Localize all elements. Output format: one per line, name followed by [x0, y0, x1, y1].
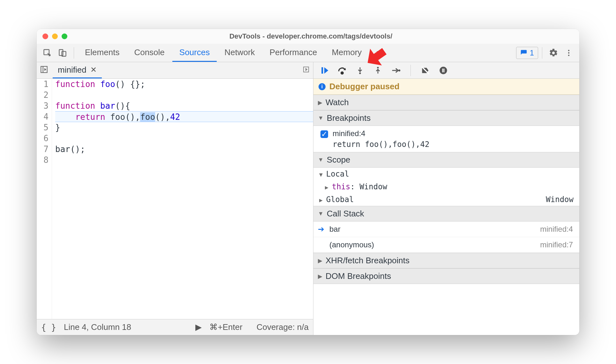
current-frame-icon: ➔: [318, 225, 324, 234]
divider: [74, 47, 74, 59]
file-tab-name: minified: [58, 65, 86, 75]
callstack-section-header[interactable]: ▼ Call Stack: [313, 206, 579, 222]
xhr-breakpoints-section-header[interactable]: ▶ XHR/fetch Breakpoints: [313, 253, 579, 268]
run-snippet-icon[interactable]: ▶: [195, 322, 202, 332]
run-hint: ⌘+Enter: [209, 322, 242, 332]
navigator-toggle-icon[interactable]: [40, 65, 53, 76]
scope-section-header[interactable]: ▼ Scope: [313, 152, 579, 168]
callstack-frame[interactable]: (anonymous) minified:7: [313, 237, 579, 253]
section-title: Scope: [327, 155, 350, 165]
pause-on-exceptions-button[interactable]: [437, 64, 450, 77]
tab-console[interactable]: Console: [127, 44, 171, 62]
scope-name: Global: [326, 195, 354, 204]
callstack-frame[interactable]: ➔ bar minified:4: [313, 222, 579, 237]
line-number: 3: [37, 100, 49, 111]
step-out-button[interactable]: [372, 64, 384, 77]
keyword: function: [55, 101, 95, 111]
code-text: () {};: [115, 79, 145, 89]
debugger-status-text: Debugger paused: [329, 82, 400, 91]
issues-count: 1: [530, 48, 534, 57]
more-tabs-icon[interactable]: [302, 66, 310, 75]
scope-this-row[interactable]: ▶ this: Window: [313, 180, 579, 193]
code-text: (),: [155, 112, 170, 122]
devtools-window: DevTools - developer.chrome.com/tags/dev…: [37, 29, 579, 335]
issues-icon: [520, 49, 527, 56]
deactivate-breakpoints-button[interactable]: [419, 64, 432, 77]
scope-local-row[interactable]: ▼ Local: [313, 168, 579, 180]
code-editor[interactable]: 1 2 3 4 5 6 7 8 function foo() {}; funct…: [37, 79, 313, 319]
code-text: bar();: [55, 144, 313, 155]
line-number: 8: [37, 155, 49, 165]
step-into-button[interactable]: [354, 64, 366, 77]
watch-section-header[interactable]: ▶ Watch: [313, 95, 579, 110]
chevron-right-icon: ▶: [318, 273, 322, 280]
sources-pane: minified ✕ 1 2 3 4 5 6 7 8: [37, 62, 313, 335]
close-window-button[interactable]: [42, 33, 48, 39]
svg-rect-13: [442, 69, 443, 72]
debugger-status-banner: i Debugger paused: [313, 79, 579, 95]
number: 42: [170, 112, 180, 122]
editor-statusbar: { } Line 4, Column 18 ▶ ⌘+Enter Coverage…: [37, 319, 313, 335]
resume-button[interactable]: [318, 64, 331, 77]
tab-memory[interactable]: Memory: [325, 44, 369, 62]
tab-sources[interactable]: Sources: [172, 44, 217, 62]
tab-network[interactable]: Network: [217, 44, 262, 62]
breakpoint-checkbox[interactable]: ✓: [320, 130, 328, 138]
line-number: 1: [37, 79, 49, 90]
svg-rect-14: [444, 69, 445, 72]
breakpoint-row[interactable]: ✓ minified:4 return foo(),foo(),42: [313, 126, 579, 152]
chevron-down-icon: ▼: [318, 157, 324, 163]
tab-elements[interactable]: Elements: [78, 44, 126, 62]
keyword: function: [55, 79, 95, 89]
inspect-element-icon[interactable]: [40, 46, 55, 60]
settings-icon[interactable]: [546, 46, 561, 60]
code-content[interactable]: function foo() {}; function bar(){ retur…: [52, 79, 313, 319]
chevron-right-icon: ▶: [318, 99, 322, 106]
tab-more[interactable]: »: [369, 44, 388, 62]
chevron-down-icon: ▼: [318, 115, 324, 121]
scope-global-row[interactable]: ▶ Global Window: [313, 193, 579, 206]
line-number: 7: [37, 144, 49, 155]
frame-location: minified:4: [540, 225, 573, 234]
window-title: DevTools - developer.chrome.com/tags/dev…: [48, 32, 574, 40]
step-button[interactable]: [389, 64, 402, 77]
svg-point-3: [568, 50, 569, 51]
divider: [410, 65, 411, 76]
device-toolbar-icon[interactable]: [55, 46, 70, 60]
step-over-button[interactable]: [336, 64, 349, 77]
svg-rect-1: [59, 49, 63, 55]
frame-name: bar: [329, 225, 341, 234]
issues-badge[interactable]: 1: [516, 47, 538, 59]
svg-point-9: [341, 72, 343, 74]
pretty-print-icon[interactable]: { }: [41, 323, 56, 332]
section-title: DOM Breakpoints: [326, 271, 391, 281]
scope-value: Window: [546, 195, 574, 204]
chevron-right-icon: ▶: [318, 257, 322, 264]
tab-performance[interactable]: Performance: [263, 44, 324, 62]
svg-point-12: [398, 69, 400, 71]
svg-rect-8: [321, 67, 323, 74]
debugger-toolbar: [313, 62, 579, 79]
divider: [542, 47, 542, 59]
file-tab-minified[interactable]: minified ✕: [53, 62, 102, 78]
titlebar: DevTools - developer.chrome.com/tags/dev…: [37, 29, 579, 44]
line-number: 5: [37, 122, 49, 133]
dom-breakpoints-section-header[interactable]: ▶ DOM Breakpoints: [313, 268, 579, 284]
line-number: 6: [37, 133, 49, 144]
svg-point-11: [377, 67, 379, 68]
cursor-position: Line 4, Column 18: [64, 322, 131, 332]
breakpoints-section-header[interactable]: ▼ Breakpoints: [313, 110, 579, 126]
keyword: return: [75, 112, 105, 122]
kebab-menu-icon[interactable]: [561, 46, 576, 60]
scope-name: Local: [326, 170, 349, 178]
section-title: XHR/fetch Breakpoints: [326, 256, 409, 266]
frame-name: (anonymous): [329, 240, 374, 249]
code-text: foo(),: [105, 112, 140, 122]
chevron-right-icon: ▶: [325, 184, 332, 191]
debugger-pane: i Debugger paused ▶ Watch ▼ Breakpoints …: [313, 62, 579, 335]
section-title: Breakpoints: [327, 113, 371, 123]
close-icon[interactable]: ✕: [90, 65, 97, 74]
section-title: Watch: [326, 98, 349, 107]
chevron-down-icon: ▼: [318, 210, 324, 217]
code-text: (){: [115, 101, 130, 111]
